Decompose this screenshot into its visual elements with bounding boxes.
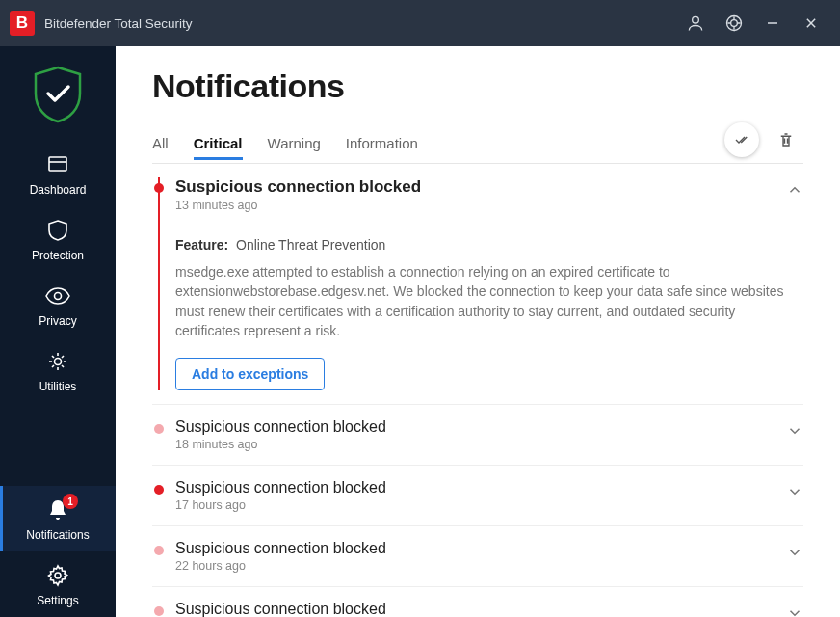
notification-time: 17 hours ago bbox=[175, 498, 786, 512]
mark-all-read-button[interactable] bbox=[724, 122, 759, 157]
notification-time: 22 hours ago bbox=[175, 559, 786, 573]
notification-title: Suspicious connection blocked bbox=[175, 418, 786, 436]
notification-header[interactable]: Suspicious connection blocked 22 hours a… bbox=[175, 540, 803, 573]
chevron-up-icon bbox=[786, 181, 803, 199]
severity-dot-icon bbox=[154, 485, 164, 495]
feature-value: Online Threat Prevention bbox=[236, 237, 385, 253]
notification-title: Suspicious connection blocked bbox=[175, 177, 786, 197]
dashboard-icon bbox=[45, 152, 70, 177]
tab-critical[interactable]: Critical bbox=[194, 127, 243, 159]
feature-row: Feature: Online Threat Prevention bbox=[175, 237, 794, 253]
sidebar-item-label: Dashboard bbox=[30, 183, 87, 197]
minimize-button[interactable] bbox=[753, 0, 792, 46]
support-icon[interactable] bbox=[715, 0, 753, 46]
sidebar-item-utilities[interactable]: Utilities bbox=[0, 337, 116, 403]
svg-point-2 bbox=[731, 20, 738, 27]
notification-title: Suspicious connection blocked bbox=[175, 601, 786, 617]
bell-icon: 1 bbox=[45, 497, 70, 523]
chevron-down-icon bbox=[786, 483, 803, 500]
severity-dot-icon bbox=[154, 546, 164, 555]
tab-all[interactable]: All bbox=[152, 127, 169, 159]
page-title: Notifications bbox=[152, 67, 803, 105]
sidebar: Dashboard Protection Privacy Utilities bbox=[0, 46, 116, 617]
chevron-down-icon bbox=[786, 604, 803, 617]
notification-header[interactable]: Suspicious connection blocked 18 minutes… bbox=[175, 418, 803, 451]
sidebar-item-label: Notifications bbox=[26, 528, 89, 542]
notification-time: 13 minutes ago bbox=[175, 199, 786, 212]
notification-time: 18 minutes ago bbox=[175, 438, 786, 451]
notification-header[interactable]: Suspicious connection blocked bbox=[175, 601, 803, 617]
notification-badge: 1 bbox=[63, 494, 78, 509]
svg-rect-3 bbox=[49, 157, 66, 171]
app-logo: B bbox=[10, 11, 35, 36]
close-button[interactable] bbox=[792, 0, 830, 46]
sidebar-item-dashboard[interactable]: Dashboard bbox=[0, 141, 116, 206]
notification-list: Suspicious connection blocked 13 minutes… bbox=[116, 164, 840, 617]
feature-label: Feature: bbox=[175, 237, 228, 253]
notification-item: Suspicious connection blocked bbox=[152, 587, 803, 617]
tab-warning[interactable]: Warning bbox=[268, 127, 321, 159]
severity-dot-icon bbox=[154, 183, 164, 193]
chevron-down-icon bbox=[786, 544, 803, 561]
delete-all-button[interactable] bbox=[769, 122, 803, 157]
tabs: All Critical Warning Information bbox=[152, 122, 803, 164]
status-shield-icon bbox=[31, 64, 85, 125]
notification-title: Suspicious connection blocked bbox=[175, 540, 786, 557]
titlebar: B Bitdefender Total Security bbox=[0, 0, 840, 46]
notification-header[interactable]: Suspicious connection blocked 17 hours a… bbox=[175, 479, 803, 512]
sidebar-item-protection[interactable]: Protection bbox=[0, 206, 116, 272]
tab-information[interactable]: Information bbox=[346, 127, 418, 159]
notification-description: msedge.exe attempted to establish a conn… bbox=[175, 262, 794, 340]
svg-point-0 bbox=[693, 16, 699, 23]
notification-header[interactable]: Suspicious connection blocked 13 minutes… bbox=[175, 177, 803, 212]
sidebar-item-notifications[interactable]: 1 Notifications bbox=[0, 486, 116, 551]
svg-point-5 bbox=[55, 359, 62, 365]
add-to-exceptions-button[interactable]: Add to exceptions bbox=[175, 358, 325, 390]
sidebar-item-label: Settings bbox=[37, 594, 78, 607]
severity-dot-icon bbox=[154, 424, 164, 434]
notification-item-expanded: Suspicious connection blocked 13 minutes… bbox=[152, 164, 803, 405]
chevron-down-icon bbox=[786, 422, 803, 440]
sidebar-item-settings[interactable]: Settings bbox=[0, 551, 116, 617]
notification-title: Suspicious connection blocked bbox=[175, 479, 786, 496]
sidebar-item-label: Utilities bbox=[39, 380, 77, 393]
main-content: Notifications All Critical Warning Infor… bbox=[116, 46, 840, 617]
notification-item: Suspicious connection blocked 17 hours a… bbox=[152, 466, 803, 526]
privacy-icon bbox=[45, 283, 70, 308]
sidebar-item-label: Privacy bbox=[39, 314, 76, 328]
protection-icon bbox=[45, 218, 70, 243]
utilities-icon bbox=[45, 349, 70, 374]
app-title: Bitdefender Total Security bbox=[44, 16, 193, 31]
sidebar-item-label: Protection bbox=[32, 249, 84, 262]
sidebar-item-privacy[interactable]: Privacy bbox=[0, 272, 116, 337]
account-icon[interactable] bbox=[676, 0, 715, 46]
svg-point-4 bbox=[55, 293, 62, 300]
severity-dot-icon bbox=[154, 606, 164, 616]
notification-item: Suspicious connection blocked 22 hours a… bbox=[152, 526, 803, 587]
svg-point-6 bbox=[55, 573, 61, 578]
settings-icon bbox=[45, 563, 70, 588]
notification-item: Suspicious connection blocked 18 minutes… bbox=[152, 405, 803, 466]
